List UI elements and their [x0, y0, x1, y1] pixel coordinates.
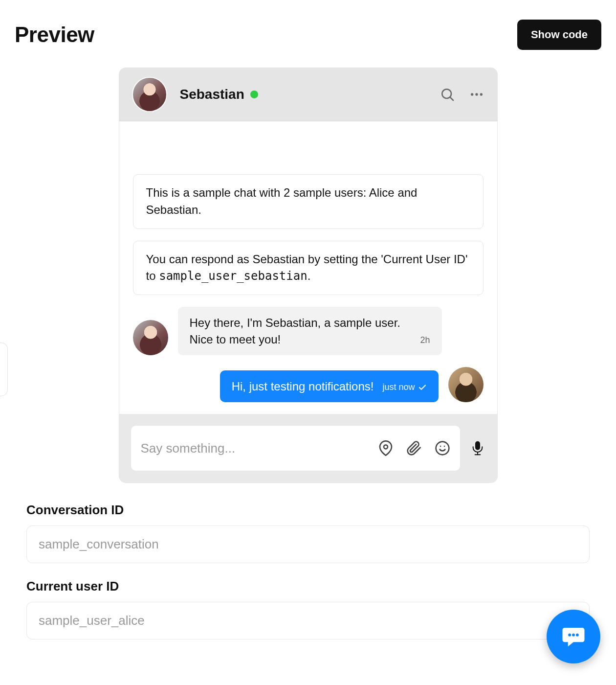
prev-slide-button[interactable] — [0, 342, 8, 396]
message-time: just now — [382, 381, 415, 393]
system-message-text: This is a sample chat with 2 sample user… — [146, 186, 418, 216]
sender-avatar-sebastian[interactable] — [133, 320, 168, 355]
svg-line-1 — [450, 97, 453, 100]
system-message: This is a sample chat with 2 sample user… — [133, 174, 484, 229]
message-text: Hi, just testing notifications! — [232, 378, 374, 395]
conversation-id-input[interactable] — [26, 525, 590, 563]
chat-widget: Sebastian This is a sample chat with 2 s… — [119, 68, 498, 483]
chat-header: Sebastian — [119, 68, 497, 121]
page-title: Preview — [15, 23, 94, 47]
show-code-button[interactable]: Show code — [517, 20, 601, 50]
svg-point-11 — [568, 634, 571, 637]
chat-footer — [119, 414, 497, 482]
check-icon — [418, 383, 427, 392]
current-user-id-input[interactable] — [26, 602, 590, 639]
sender-avatar-alice[interactable] — [448, 367, 484, 402]
search-icon[interactable] — [440, 87, 455, 102]
message-row-incoming: Hey there, I'm Sebastian, a sample user.… — [133, 307, 484, 355]
smiley-icon[interactable] — [435, 440, 450, 456]
system-message-text: . — [308, 269, 311, 282]
more-icon[interactable] — [469, 87, 484, 102]
status-online-icon — [250, 91, 258, 98]
participant-name: Sebastian — [180, 87, 244, 102]
participant-avatar[interactable] — [132, 77, 167, 112]
svg-point-13 — [576, 634, 579, 637]
message-text: Hey there, I'm Sebastian, a sample user.… — [190, 315, 412, 347]
microphone-icon[interactable] — [470, 438, 485, 458]
svg-point-3 — [475, 93, 478, 95]
message-time: 2h — [420, 334, 430, 347]
message-bubble-outgoing: Hi, just testing notifications! just now — [220, 370, 439, 403]
system-message: You can respond as Sebastian by setting … — [133, 241, 484, 296]
location-pin-icon[interactable] — [378, 440, 394, 456]
chat-bubble-icon — [560, 623, 587, 650]
svg-point-6 — [436, 442, 449, 455]
conversation-id-label: Conversation ID — [26, 502, 590, 518]
composer — [131, 426, 460, 471]
current-user-id-label: Current user ID — [26, 579, 590, 594]
svg-point-5 — [384, 445, 388, 449]
composer-input[interactable] — [141, 441, 378, 456]
paperclip-icon[interactable] — [406, 440, 422, 456]
system-message-code: sample_user_sebastian — [159, 269, 307, 283]
svg-point-2 — [471, 93, 473, 95]
svg-point-4 — [480, 93, 482, 95]
svg-point-12 — [572, 634, 575, 637]
svg-point-0 — [442, 89, 451, 98]
message-row-outgoing: Hi, just testing notifications! just now — [133, 367, 484, 402]
message-bubble-incoming: Hey there, I'm Sebastian, a sample user.… — [178, 307, 442, 355]
chat-body: This is a sample chat with 2 sample user… — [119, 121, 497, 414]
